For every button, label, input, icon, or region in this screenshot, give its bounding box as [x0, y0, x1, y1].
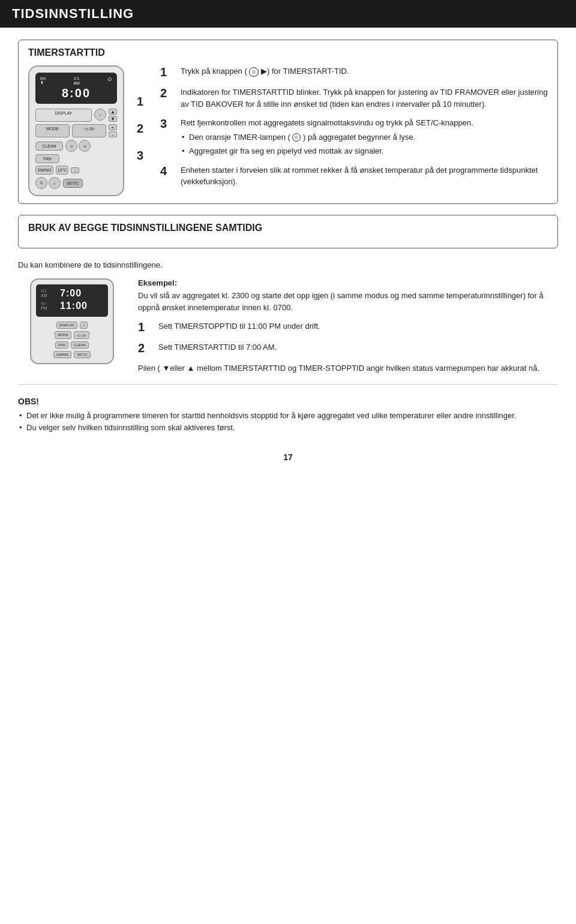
combined-step-1-number: 1	[138, 320, 152, 334]
remote-mode-btn[interactable]: MODE	[35, 124, 70, 137]
step-2-number: 2	[160, 86, 175, 100]
remote-clean-btn[interactable]: CLEAN	[35, 142, 63, 151]
combined-layout: ⊙1AM 7:00 ⊙○PM 11:00 DISPLAY ○ MODE	[18, 278, 558, 374]
remote-setc-btn[interactable]: SET/C	[63, 179, 83, 188]
remote2-btn-row-3: FAN CLEAN	[36, 341, 108, 349]
remote2-mode-btn[interactable]: MODE	[55, 331, 71, 339]
combined-intro: Du kan kombinere de to tidsinnstillingen…	[18, 259, 558, 271]
obs-title: OBS!	[18, 397, 558, 406]
step-3-content: Rett fjernkontrollen mot aggregatets sig…	[181, 117, 473, 157]
remote-power-btn[interactable]: ○	[94, 109, 106, 121]
step-3-text: Rett fjernkontrollen mot aggregatets sig…	[181, 117, 473, 129]
remote2-btn-row-1: DISPLAY ○	[36, 322, 108, 329]
remote-circ1[interactable]: ⊙	[65, 140, 77, 152]
step-2-text: Indikatoren for TIMERSTARTTID blinker. T…	[181, 86, 548, 110]
combined-section: BRUK AV BEGGE TIDSINNSTILLINGENE SAMTIDI…	[18, 215, 558, 248]
remote2-time1-row: ⊙1AM 7:00	[41, 288, 103, 299]
timer-icon-1: ⊙	[249, 67, 259, 77]
remote-timer-btn[interactable]: ◁○1h	[72, 124, 106, 137]
remote-circ2[interactable]: ⊙	[79, 140, 91, 152]
remote-swing-btn[interactable]: SWING	[35, 166, 53, 175]
header-title: TIDSINNSTILLING	[12, 6, 134, 21]
remote2-clean-btn[interactable]: CLEAN	[71, 341, 89, 349]
remote2-btn-row-2: MODE ◁○1h	[36, 331, 108, 339]
combined-text: Eksempel: Du vil slå av aggregatet kl. 2…	[138, 278, 558, 374]
remote2-setc-btn[interactable]: SET/C	[74, 351, 91, 358]
combined-title: BRUK AV BEGGE TIDSINNSTILLINGENE SAMTIDI…	[28, 223, 548, 233]
main-content: TIMERSTARTTID ion⬆ ⊙1AM ⊙ 8:00	[0, 28, 576, 480]
page-header: TIDSINNSTILLING	[0, 0, 576, 28]
step-3-number: 3	[160, 117, 175, 131]
down-arrow: ▼	[162, 364, 170, 373]
remote2-time2-label: ⊙○PM	[41, 301, 58, 310]
remote-display-btn[interactable]: DISPLAY	[35, 109, 92, 122]
remote-up-btn[interactable]: ▲	[109, 109, 117, 115]
remote-circle-buttons: ⊙ ⊙	[65, 140, 91, 152]
remote2-time2-val: 11:00	[60, 301, 88, 311]
timerstart-layout: ion⬆ ⊙1AM ⊙ 8:00 DISPLAY ○ ▲	[28, 65, 548, 196]
arrow-text: Pilen ( ▼eller ▲ mellom TIMERSTARTTID og…	[138, 362, 558, 374]
remote2-time1-val: 7:00	[60, 288, 82, 299]
remote-bottom-row: ⊙ ○ SET/C	[35, 177, 117, 189]
step-1: 1 Trykk på knappen ( ⊙ ▶) for TIMERSTART…	[160, 65, 548, 79]
remote-swing-row: SWING 10°C -	[35, 166, 117, 175]
remote2-display-btn[interactable]: DISPLAY	[56, 322, 77, 329]
remote-arrow-buttons: ▲ ▼	[109, 109, 117, 122]
remote-fan-btn[interactable]: FAN	[35, 154, 59, 163]
remote-icon-right: ⊙	[107, 76, 112, 85]
step-4-text: Enheten starter i forveien slik at romme…	[181, 164, 548, 188]
remote2-buttons: DISPLAY ○ MODE ◁○1h FAN CLEAN SWING SET/…	[36, 322, 108, 358]
remote-top-buttons: DISPLAY ○ ▲ ▼	[35, 109, 117, 122]
instructions-container: 1 Trykk på knappen ( ⊙ ▶) for TIMERSTART…	[160, 65, 548, 195]
remote-container: ion⬆ ⊙1AM ⊙ 8:00 DISPLAY ○ ▲	[28, 65, 148, 196]
remote2-timer-btn[interactable]: ◁○1h	[74, 331, 89, 339]
timerstart-section: TIMERSTARTTID ion⬆ ⊙1AM ⊙ 8:00	[18, 40, 558, 204]
obs-section: OBS! Det er ikke mulig å programmere tim…	[18, 397, 558, 435]
remote-bottom-circ1[interactable]: ⊙	[35, 177, 47, 189]
step-2: 2 Indikatoren for TIMERSTARTTID blinker.…	[160, 86, 548, 110]
combined-step-2: 2 Sett TIMERSTARTTID til 7:00 AM.	[138, 341, 558, 355]
remote-step-3: 3	[137, 148, 143, 162]
remote-plusminus: + -	[109, 124, 117, 137]
step-labels: 1 2 3	[137, 94, 143, 162]
remote2-display: ⊙1AM 7:00 ⊙○PM 11:00	[36, 284, 108, 317]
remote-minus-btn[interactable]: -	[109, 131, 117, 137]
example-label: Eksempel:	[138, 278, 558, 287]
remote2: ⊙1AM 7:00 ⊙○PM 11:00 DISPLAY ○ MODE	[30, 278, 114, 364]
remote-down-btn[interactable]: ▼	[109, 116, 117, 122]
step-1-text: Trykk på knappen ( ⊙ ▶) for TIMERSTART-T…	[181, 65, 349, 77]
combined-step-2-text: Sett TIMERSTARTTID til 7:00 AM.	[158, 341, 277, 353]
step-1-number: 1	[160, 65, 175, 79]
combined-step-1: 1 Sett TIMERSTOPPTID til 11:00 PM under …	[138, 320, 558, 334]
remote2-time1-label: ⊙1AM	[41, 289, 58, 298]
remote-time-display: 8:00	[40, 86, 112, 100]
page-number: 17	[18, 452, 558, 462]
obs-bullet-2: Du velger selv hvilken tidsinnstilling s…	[26, 422, 558, 434]
combined-step-1-text: Sett TIMERSTOPPTID til 11:00 PM under dr…	[158, 320, 320, 332]
remote-step-1: 1	[137, 94, 143, 108]
remote2-swing-btn[interactable]: SWING	[53, 351, 71, 358]
timer-icon-2: ⊙	[292, 133, 301, 142]
remote2-fan-btn[interactable]: FAN	[55, 341, 68, 349]
remote-mode-row: MODE ◁○1h + -	[35, 124, 117, 137]
remote-am-label: ⊙1AM	[73, 76, 80, 85]
section-divider	[18, 384, 558, 385]
step-4-number: 4	[160, 164, 175, 178]
remote-temp-btn[interactable]: 10°C	[56, 166, 69, 175]
remote2-time2-row: ⊙○PM 11:00	[41, 301, 103, 311]
combined-step-2-number: 2	[138, 341, 152, 355]
remote-control: ion⬆ ⊙1AM ⊙ 8:00 DISPLAY ○ ▲	[28, 65, 124, 196]
timerstart-title: TIMERSTARTTID	[28, 47, 548, 58]
remote2-btn-row-4: SWING SET/C	[36, 351, 108, 358]
obs-bullet-1: Det er ikke mulig å programmere timeren …	[26, 410, 558, 422]
remote-bottom-circles: ⊙ ○	[35, 177, 61, 189]
remote-bottom-circ2[interactable]: ○	[49, 177, 61, 189]
remote2-power-btn[interactable]: ○	[80, 322, 88, 329]
step-3: 3 Rett fjernkontrollen mot aggregatets s…	[160, 117, 548, 157]
remote-clean-row: CLEAN ⊙ ⊙	[35, 140, 117, 152]
remote-step-2: 2	[137, 121, 143, 135]
remote-minus2-btn[interactable]: -	[71, 167, 79, 173]
remote-plus-btn[interactable]: +	[109, 124, 117, 130]
remote2-container: ⊙1AM 7:00 ⊙○PM 11:00 DISPLAY ○ MODE	[18, 278, 126, 364]
up-arrow: ▲	[187, 364, 195, 373]
